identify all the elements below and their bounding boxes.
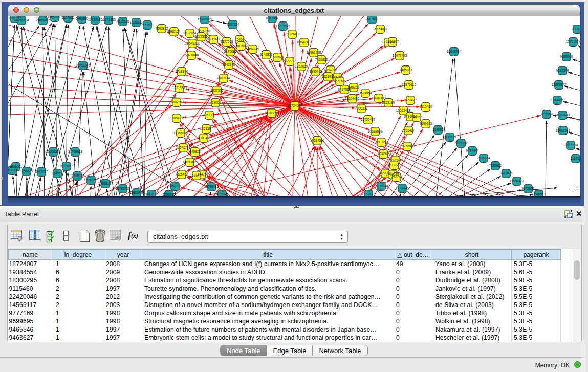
svg-text:9115460: 9115460 [420, 105, 432, 108]
svg-text:8912954: 8912954 [184, 31, 197, 35]
svg-text:9329966: 9329966 [560, 55, 573, 58]
svg-text:1362615: 1362615 [295, 64, 308, 68]
svg-text:17957255: 17957255 [84, 178, 99, 182]
svg-text:2718176: 2718176 [176, 70, 188, 73]
svg-text:9242848: 9242848 [223, 63, 235, 67]
svg-text:1965493: 1965493 [170, 116, 183, 120]
svg-text:8454749: 8454749 [247, 47, 259, 51]
svg-text:9857791: 9857791 [169, 184, 182, 188]
svg-text:2935114: 2935114 [477, 156, 490, 160]
svg-text:15720407: 15720407 [361, 118, 376, 121]
svg-text:949822: 949822 [189, 150, 201, 154]
svg-text:6794028: 6794028 [324, 68, 337, 72]
svg-text:3875685: 3875685 [224, 50, 237, 53]
svg-text:114519: 114519 [52, 171, 63, 175]
svg-text:1511223: 1511223 [388, 163, 401, 167]
svg-text:2687682: 2687682 [366, 17, 379, 21]
svg-text:845209: 845209 [332, 75, 343, 79]
svg-text:12505135: 12505135 [70, 174, 85, 178]
svg-text:7515526: 7515526 [117, 19, 129, 23]
svg-text:1527602: 1527602 [62, 16, 75, 19]
svg-text:10025438: 10025438 [396, 108, 411, 112]
svg-text:16210643: 16210643 [555, 113, 570, 117]
svg-text:878342: 878342 [198, 136, 209, 140]
svg-text:844957: 844957 [411, 115, 422, 119]
svg-text:13218506: 13218506 [276, 24, 291, 28]
svg-text:18724007: 18724007 [288, 104, 302, 107]
svg-text:16648784: 16648784 [447, 50, 462, 53]
svg-text:3215958: 3215958 [540, 112, 553, 116]
svg-text:7485063: 7485063 [400, 68, 412, 72]
svg-text:18300295: 18300295 [265, 111, 279, 115]
svg-text:2867608: 2867608 [235, 44, 248, 48]
svg-text:6466160: 6466160 [76, 17, 89, 20]
svg-text:417004: 417004 [210, 101, 221, 104]
svg-text:10654112: 10654112 [510, 179, 524, 183]
svg-text:9777169: 9777169 [334, 79, 346, 83]
svg-text:11923448: 11923448 [129, 191, 144, 194]
svg-text:7625402: 7625402 [176, 172, 188, 176]
svg-text:(x): (x) [131, 232, 138, 239]
svg-text:1213967: 1213967 [386, 40, 399, 43]
svg-text:14055714: 14055714 [14, 18, 29, 22]
svg-text:12975115: 12975115 [402, 83, 416, 86]
svg-text:391197: 391197 [8, 168, 18, 172]
svg-text:1691447: 1691447 [190, 173, 203, 177]
svg-text:6223189: 6223189 [382, 101, 395, 104]
svg-text:9699695: 9699695 [420, 122, 432, 125]
svg-text:984067: 984067 [378, 152, 389, 156]
svg-text:116753: 116753 [571, 157, 580, 160]
svg-text:16107552: 16107552 [169, 100, 184, 104]
svg-text:1353594: 1353594 [200, 127, 213, 130]
svg-text:15751074: 15751074 [566, 40, 580, 43]
svg-text:10958137: 10958137 [98, 182, 113, 185]
svg-text:6497568: 6497568 [338, 87, 351, 91]
svg-text:10688609: 10688609 [368, 129, 383, 133]
svg-text:21364436: 21364436 [345, 97, 360, 100]
svg-text:9327508: 9327508 [221, 40, 233, 43]
svg-text:9327506: 9327506 [195, 35, 208, 38]
svg-text:1951922: 1951922 [362, 192, 375, 196]
svg-text:19166825: 19166825 [173, 131, 188, 135]
svg-text:1588520: 1588520 [271, 55, 284, 59]
svg-text:5322037: 5322037 [284, 59, 296, 63]
svg-text:18907249: 18907249 [374, 140, 389, 144]
svg-text:2942757: 2942757 [35, 170, 48, 173]
svg-text:16671355: 16671355 [101, 18, 116, 21]
svg-text:164095: 164095 [432, 128, 444, 132]
svg-text:8471676: 8471676 [500, 171, 513, 175]
svg-text:15136141: 15136141 [374, 184, 389, 188]
svg-text:15466: 15466 [235, 38, 244, 41]
svg-text:9975857: 9975857 [60, 164, 73, 168]
svg-text:7632621: 7632621 [489, 164, 502, 167]
svg-text:1733426: 1733426 [396, 186, 409, 190]
svg-text:10719185: 10719185 [88, 18, 103, 21]
svg-text:9245652: 9245652 [522, 187, 535, 190]
svg-text:13325419: 13325419 [285, 32, 300, 36]
svg-text:8960124: 8960124 [168, 30, 181, 33]
svg-text:8813054: 8813054 [266, 16, 279, 20]
svg-text:12213383: 12213383 [172, 86, 187, 90]
svg-text:10807487: 10807487 [372, 96, 386, 100]
svg-text:1244415: 1244415 [551, 98, 564, 102]
svg-text:1112842: 1112842 [571, 27, 580, 31]
svg-text:3624554: 3624554 [359, 91, 372, 95]
svg-text:17016504: 17016504 [563, 143, 578, 147]
svg-text:19756928: 19756928 [400, 144, 415, 148]
svg-text:16961758: 16961758 [307, 51, 321, 54]
svg-text:18640910: 18640910 [297, 40, 312, 44]
svg-text:14099489: 14099489 [183, 160, 198, 164]
svg-text:16154808: 16154808 [373, 27, 388, 31]
svg-text:16120746: 16120746 [388, 158, 403, 162]
svg-text:1815001: 1815001 [10, 165, 23, 168]
svg-text:8938928: 8938928 [444, 135, 456, 139]
svg-text:22420046: 22420046 [184, 53, 199, 57]
svg-text:9463112: 9463112 [145, 192, 158, 196]
svg-text:9463627: 9463627 [404, 98, 417, 102]
svg-text:10973493: 10973493 [393, 54, 407, 57]
svg-text:15716485: 15716485 [204, 185, 219, 188]
svg-text:252254: 252254 [391, 175, 402, 179]
svg-text:10046788: 10046788 [176, 146, 191, 149]
svg-text:1065987: 1065987 [216, 192, 229, 196]
svg-text:8427552: 8427552 [211, 89, 224, 92]
